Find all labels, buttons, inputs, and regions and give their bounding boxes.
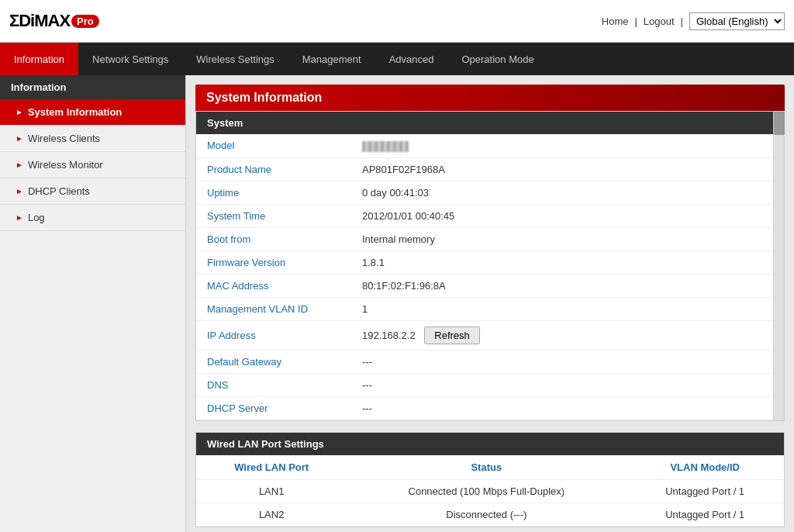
sidebar-item-system-information[interactable]: ► System Information bbox=[0, 99, 185, 126]
table-row: MAC Address 80:1F:02:F1:96:8A bbox=[196, 274, 773, 297]
table-row: Firmware Version 1.8.1 bbox=[196, 250, 773, 274]
field-label: Management VLAN ID bbox=[196, 297, 351, 320]
separator-2: | bbox=[681, 16, 683, 27]
top-right-controls: Home | Logout | Global (English) Chinese… bbox=[602, 12, 785, 30]
nav-item-management[interactable]: Management bbox=[288, 43, 375, 75]
brand-name: ΣDiMAX bbox=[9, 11, 70, 31]
logout-link[interactable]: Logout bbox=[644, 16, 675, 27]
lan-port: LAN1 bbox=[196, 479, 347, 503]
table-row: System Time 2012/01/01 00:40:45 bbox=[196, 204, 773, 227]
lan-vlan: Untagged Port / 1 bbox=[626, 479, 784, 503]
model-image bbox=[362, 141, 409, 152]
field-label: Default Gateway bbox=[196, 350, 351, 373]
main-layout: Information ► System Information ► Wirel… bbox=[0, 75, 794, 532]
col-header-port: Wired LAN Port bbox=[196, 455, 347, 480]
field-value: 80:1F:02:F1:96:8A bbox=[351, 274, 773, 297]
wired-lan-table: Wired LAN Port Status VLAN Mode/ID LAN1 … bbox=[196, 455, 784, 527]
wired-lan-header: Wired LAN Port Settings bbox=[196, 433, 784, 455]
arrow-icon: ► bbox=[16, 134, 23, 143]
ip-address-value: 192.168.2.2 bbox=[362, 330, 416, 341]
system-info-table: Model Product Name AP801F02F1968A Uptime… bbox=[196, 134, 773, 420]
table-row: Product Name AP801F02F1968A bbox=[196, 157, 773, 181]
sidebar-item-label: Wireless Monitor bbox=[28, 159, 103, 171]
field-value-model bbox=[351, 134, 773, 157]
table-row: Default Gateway --- bbox=[196, 350, 773, 373]
sigma-icon: Σ bbox=[9, 11, 19, 30]
system-panel-inner: System Model Product Name AP801F02F1968A… bbox=[196, 112, 773, 420]
arrow-icon: ► bbox=[16, 108, 23, 116]
pro-badge: Pro bbox=[71, 15, 99, 28]
lan-status: Connected (100 Mbps Full-Duplex) bbox=[347, 479, 626, 503]
home-link[interactable]: Home bbox=[602, 16, 629, 27]
field-value: 2012/01/01 00:40:45 bbox=[351, 204, 773, 227]
sidebar-item-wireless-clients[interactable]: ► Wireless Clients bbox=[0, 126, 185, 152]
table-row: LAN1 Connected (100 Mbps Full-Duplex) Un… bbox=[196, 479, 784, 503]
sidebar-header: Information bbox=[0, 75, 185, 99]
content-area: System Information System Model Product … bbox=[186, 75, 794, 532]
system-panel-header: System bbox=[196, 112, 773, 134]
field-label: DNS bbox=[196, 373, 351, 396]
sidebar-item-label: DHCP Clients bbox=[28, 185, 90, 197]
refresh-button[interactable]: Refresh bbox=[424, 326, 480, 344]
field-label: DHCP Server bbox=[196, 396, 351, 420]
lan-port: LAN2 bbox=[196, 503, 347, 526]
col-header-status: Status bbox=[347, 455, 626, 480]
arrow-icon: ► bbox=[16, 161, 23, 169]
page-title: System Information bbox=[195, 85, 785, 111]
col-header-vlan: VLAN Mode/ID bbox=[626, 455, 784, 480]
nav-item-network-settings[interactable]: Network Settings bbox=[78, 43, 182, 75]
field-value: 1 bbox=[351, 297, 773, 320]
table-header-row: Wired LAN Port Status VLAN Mode/ID bbox=[196, 455, 784, 480]
table-row: DHCP Server --- bbox=[196, 396, 773, 420]
field-value: Internal memory bbox=[351, 227, 773, 250]
table-row: LAN2 Disconnected (---) Untagged Port / … bbox=[196, 503, 784, 526]
field-value: --- bbox=[351, 373, 773, 396]
sidebar: Information ► System Information ► Wirel… bbox=[0, 75, 186, 532]
field-value: --- bbox=[351, 396, 773, 420]
field-label: Uptime bbox=[196, 181, 351, 204]
field-value: 0 day 00:41:03 bbox=[351, 181, 773, 204]
field-label: Product Name bbox=[196, 157, 351, 181]
sidebar-item-label: Wireless Clients bbox=[28, 133, 100, 144]
field-label: Boot from bbox=[196, 227, 351, 250]
field-label: MAC Address bbox=[196, 274, 351, 297]
separator-1: | bbox=[634, 16, 637, 27]
language-select[interactable]: Global (English) Chinese German French S… bbox=[689, 12, 785, 30]
arrow-icon: ► bbox=[16, 187, 23, 195]
scrollbar-thumb[interactable] bbox=[774, 112, 785, 135]
scrollbar-track[interactable] bbox=[773, 112, 784, 420]
sidebar-item-dhcp-clients[interactable]: ► DHCP Clients bbox=[0, 178, 185, 205]
sidebar-item-label: Log bbox=[28, 212, 45, 223]
nav-item-advanced[interactable]: Advanced bbox=[375, 43, 448, 75]
arrow-icon: ► bbox=[16, 213, 23, 222]
logo: ΣDiMAX Pro bbox=[9, 11, 99, 31]
lan-vlan: Untagged Port / 1 bbox=[626, 503, 784, 526]
nav-item-wireless-settings[interactable]: Wireless Settings bbox=[182, 43, 288, 75]
table-row: Management VLAN ID 1 bbox=[196, 297, 773, 320]
table-row: Model bbox=[196, 134, 773, 157]
table-row: IP Address 192.168.2.2 Refresh bbox=[196, 320, 773, 350]
top-bar: ΣDiMAX Pro Home | Logout | Global (Engli… bbox=[0, 0, 794, 43]
nav-item-operation-mode[interactable]: Operation Mode bbox=[447, 43, 547, 75]
nav-item-information[interactable]: Information bbox=[0, 43, 78, 75]
field-value: 1.8.1 bbox=[351, 250, 773, 274]
sidebar-item-log[interactable]: ► Log bbox=[0, 205, 185, 231]
sidebar-item-wireless-monitor[interactable]: ► Wireless Monitor bbox=[0, 152, 185, 178]
field-label: IP Address bbox=[196, 320, 351, 350]
field-value: --- bbox=[351, 350, 773, 373]
field-value-ip: 192.168.2.2 Refresh bbox=[351, 320, 773, 350]
field-label: Firmware Version bbox=[196, 250, 351, 274]
table-row: Boot from Internal memory bbox=[196, 227, 773, 250]
field-value: AP801F02F1968A bbox=[351, 157, 773, 181]
table-row: DNS --- bbox=[196, 373, 773, 396]
system-panel: System Model Product Name AP801F02F1968A… bbox=[195, 111, 785, 421]
field-label: System Time bbox=[196, 204, 351, 227]
field-label: Model bbox=[196, 134, 351, 157]
nav-bar: Information Network Settings Wireless Se… bbox=[0, 43, 794, 75]
wired-lan-panel: Wired LAN Port Settings Wired LAN Port S… bbox=[195, 432, 785, 527]
sidebar-item-label: System Information bbox=[28, 106, 122, 118]
lan-status: Disconnected (---) bbox=[347, 503, 626, 526]
table-row: Uptime 0 day 00:41:03 bbox=[196, 181, 773, 204]
